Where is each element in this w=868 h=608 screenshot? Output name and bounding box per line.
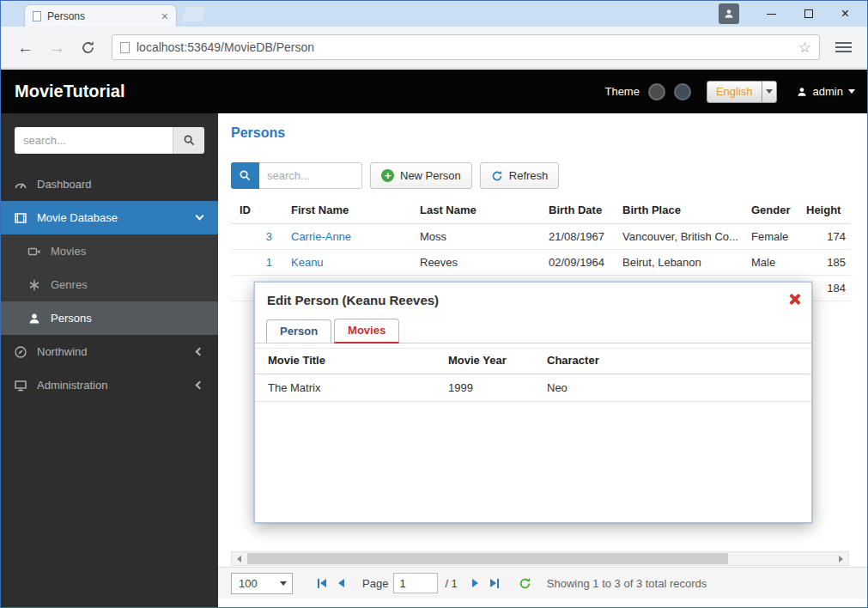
url-text[interactable]: localhost:53649/MovieDB/Person (137, 40, 792, 54)
browser-window: Persons × × ← → localhost:53649/MovieDB/… (0, 0, 868, 608)
asterisk-icon (27, 278, 41, 292)
column-header-last-name[interactable]: Last Name (415, 199, 543, 224)
sidebar-item-movie-database[interactable]: Movie Database (1, 201, 218, 234)
previous-page-button[interactable] (338, 579, 344, 587)
new-tab-button[interactable] (181, 7, 207, 21)
pager-bar: 100 Page / 1 Showing 1 to 3 of 3 total r… (218, 567, 867, 599)
last-page-button[interactable] (490, 579, 499, 588)
person-id-link[interactable]: 3 (266, 230, 272, 243)
page-label: Page (362, 577, 388, 590)
sidebar-item-northwind[interactable]: Northwind (1, 335, 218, 368)
sidebar-item-genres[interactable]: Genres (1, 268, 218, 301)
close-x-icon (787, 292, 802, 307)
cell-birth-date: 02/09/1964 (543, 250, 617, 276)
page-number-input[interactable] (393, 573, 438, 593)
film-icon (14, 211, 27, 225)
sidebar-item-persons[interactable]: Persons (1, 301, 218, 335)
pager-refresh-icon[interactable] (519, 577, 531, 590)
person-first-name-link[interactable]: Carrie-Anne (291, 230, 351, 243)
sidebar-search-input[interactable] (15, 127, 173, 154)
person-icon (27, 312, 41, 325)
dialog-titlebar[interactable]: Edit Person (Keanu Reeves) (255, 283, 811, 317)
horizontal-scrollbar[interactable] (231, 551, 849, 566)
dialog-close-button[interactable] (787, 292, 802, 307)
scroll-right-icon[interactable] (834, 552, 848, 565)
browser-tab[interactable]: Persons × (24, 4, 177, 27)
column-header-gender[interactable]: Gender (746, 199, 801, 224)
first-page-button[interactable] (318, 579, 326, 588)
tab-person[interactable]: Person (266, 319, 331, 343)
compass-icon (14, 345, 27, 359)
column-header-birth-date[interactable]: Birth Date (543, 199, 617, 224)
window-controls: × (719, 1, 864, 27)
theme-swatch-dark[interactable] (648, 83, 665, 100)
bookmark-star-icon[interactable]: ☆ (798, 39, 811, 57)
sidebar-item-movies[interactable]: Movies (1, 234, 218, 268)
sidebar-item-administration[interactable]: Administration (1, 368, 218, 402)
theme-swatch-blue[interactable] (674, 83, 691, 100)
search-icon (183, 134, 196, 147)
browser-toolbar: ← → localhost:53649/MovieDB/Person ☆ (1, 27, 867, 69)
column-header-first-name[interactable]: First Name (286, 199, 415, 224)
language-label[interactable]: English (707, 82, 762, 102)
grid-search-button[interactable] (231, 162, 259, 189)
page-security-icon (120, 42, 130, 53)
column-header-character[interactable]: Character (547, 349, 811, 374)
browser-titlebar[interactable]: Persons × × (1, 1, 867, 27)
page-title: Persons (231, 125, 285, 141)
sidebar-item-label: Administration (37, 379, 107, 392)
address-bar[interactable]: localhost:53649/MovieDB/Person ☆ (112, 34, 820, 60)
tab-title: Persons (47, 10, 155, 22)
sidebar-item-label: Northwind (37, 345, 88, 358)
theme-label: Theme (604, 85, 639, 98)
column-header-height[interactable]: Height (801, 199, 851, 224)
column-header-id[interactable]: ID (231, 199, 286, 224)
tab-favicon-icon (33, 11, 41, 21)
cell-birth-place: Beirut, Lebanon (617, 250, 746, 276)
tab-movies[interactable]: Movies (334, 319, 399, 344)
reload-icon[interactable] (81, 40, 95, 55)
movies-grid: Movie Title Movie Year Character The Mat… (255, 348, 811, 402)
column-header-movie-year[interactable]: Movie Year (448, 349, 547, 374)
sidebar-item-dashboard[interactable]: Dashboard (1, 167, 218, 201)
sidebar-item-label: Movies (51, 245, 86, 258)
language-dropdown[interactable]: English (707, 81, 777, 103)
minimize-button[interactable] (753, 2, 790, 26)
plus-icon: + (381, 169, 394, 182)
back-icon[interactable]: ← (17, 40, 33, 56)
forward-icon[interactable]: → (49, 40, 65, 56)
sidebar-search-button[interactable] (173, 127, 204, 154)
column-header-birth-place[interactable]: Birth Place (617, 199, 746, 224)
cell-movie-year: 1999 (448, 374, 547, 402)
pager-status: Showing 1 to 3 of 3 total records (547, 577, 707, 590)
sidebar-search (15, 127, 204, 154)
scrollbar-thumb[interactable] (247, 553, 728, 564)
maximize-button[interactable] (790, 2, 827, 26)
cell-gender: Male (746, 250, 801, 276)
column-header-movie-title[interactable]: Movie Title (255, 349, 448, 374)
cell-height: 174 (801, 224, 851, 250)
person-id-link[interactable]: 1 (266, 256, 272, 269)
person-first-name-link[interactable]: Keanu (291, 256, 324, 269)
refresh-button[interactable]: Refresh (480, 162, 560, 189)
menu-icon[interactable] (835, 42, 852, 52)
scroll-left-icon[interactable] (232, 552, 246, 565)
page-total: / 1 (445, 577, 457, 590)
user-menu[interactable]: admin (796, 85, 855, 98)
grid-header-row: Movie Title Movie Year Character (255, 349, 811, 374)
grid-toolbar: + New Person Refresh (231, 162, 559, 189)
app-header: MovieTutorial Theme English admin (1, 70, 867, 113)
chevron-left-icon (196, 348, 204, 356)
new-person-button[interactable]: + New Person (370, 162, 472, 189)
next-page-button[interactable] (472, 579, 478, 587)
profile-avatar-icon[interactable] (719, 3, 739, 24)
grid-search-input[interactable] (259, 162, 362, 189)
language-caret-icon[interactable] (762, 82, 776, 102)
cell-last-name: Moss (415, 224, 543, 250)
new-person-label: New Person (400, 169, 461, 182)
tab-close-icon[interactable]: × (161, 10, 168, 22)
sidebar-item-label: Persons (51, 312, 92, 325)
page-size-select[interactable]: 100 (231, 573, 293, 594)
close-button[interactable]: × (827, 2, 864, 26)
search-icon (239, 169, 252, 182)
